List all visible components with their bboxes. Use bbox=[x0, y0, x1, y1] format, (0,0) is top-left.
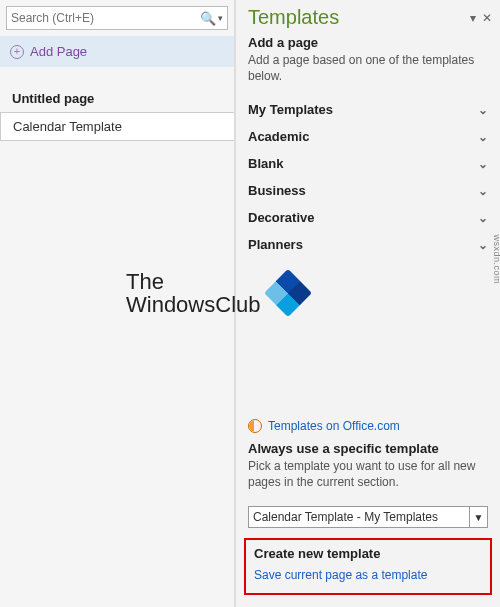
page-item-untitled[interactable]: Untitled page bbox=[0, 85, 234, 112]
pane-title: Templates bbox=[248, 6, 464, 29]
page-item-calendar-template[interactable]: Calendar Template bbox=[0, 112, 234, 141]
chevron-down-icon: ⌄ bbox=[478, 211, 488, 225]
always-use-section: Always use a specific template Pick a te… bbox=[236, 437, 500, 502]
always-use-title: Always use a specific template bbox=[248, 441, 488, 456]
office-templates-link[interactable]: Templates on Office.com bbox=[268, 419, 400, 433]
category-business[interactable]: Business⌄ bbox=[244, 177, 492, 204]
template-select-wrap: Calendar Template - My Templates ▼ bbox=[236, 502, 500, 538]
category-academic[interactable]: Academic⌄ bbox=[244, 123, 492, 150]
office-templates-link-row: Templates on Office.com bbox=[236, 415, 500, 437]
always-use-desc: Pick a template you want to use for all … bbox=[248, 458, 488, 490]
plus-icon: + bbox=[10, 45, 24, 59]
attribution-text: wsxdn.com bbox=[492, 234, 500, 284]
globe-icon bbox=[248, 419, 262, 433]
chevron-down-icon: ⌄ bbox=[478, 157, 488, 171]
search-box[interactable]: 🔍 ▾ bbox=[6, 6, 228, 30]
search-scope-dropdown-icon[interactable]: ▾ bbox=[218, 13, 223, 23]
page-list: Untitled page Calendar Template bbox=[0, 85, 234, 141]
search-icon[interactable]: 🔍 bbox=[200, 11, 216, 26]
category-list: My Templates⌄ Academic⌄ Blank⌄ Business⌄… bbox=[236, 96, 500, 258]
pane-header: Templates ▾ ✕ bbox=[236, 0, 500, 31]
chevron-down-icon: ⌄ bbox=[478, 238, 488, 252]
templates-pane: Templates ▾ ✕ Add a page Add a page base… bbox=[235, 0, 500, 607]
add-page-section: Add a page Add a page based on one of th… bbox=[236, 31, 500, 96]
template-select[interactable]: Calendar Template - My Templates bbox=[248, 506, 470, 528]
chevron-down-icon: ⌄ bbox=[478, 184, 488, 198]
add-page-title: Add a page bbox=[248, 35, 488, 50]
pane-menu-icon[interactable]: ▾ bbox=[470, 11, 476, 25]
create-new-title: Create new template bbox=[254, 546, 482, 561]
create-new-template-section: Create new template Save current page as… bbox=[244, 538, 492, 595]
template-select-dropdown-icon[interactable]: ▼ bbox=[470, 506, 488, 528]
category-decorative[interactable]: Decorative⌄ bbox=[244, 204, 492, 231]
search-input[interactable] bbox=[11, 11, 200, 25]
add-page-desc: Add a page based on one of the templates… bbox=[248, 52, 488, 84]
category-blank[interactable]: Blank⌄ bbox=[244, 150, 492, 177]
chevron-down-icon: ⌄ bbox=[478, 103, 488, 117]
chevron-down-icon: ⌄ bbox=[478, 130, 488, 144]
category-planners[interactable]: Planners⌄ bbox=[244, 231, 492, 258]
close-icon[interactable]: ✕ bbox=[482, 11, 492, 25]
category-my-templates[interactable]: My Templates⌄ bbox=[244, 96, 492, 123]
left-pane: 🔍 ▾ + Add Page Untitled page Calendar Te… bbox=[0, 0, 235, 607]
add-page-label: Add Page bbox=[30, 44, 87, 59]
search-row: 🔍 ▾ bbox=[0, 0, 234, 36]
add-page-button[interactable]: + Add Page bbox=[0, 36, 234, 67]
save-current-page-link[interactable]: Save current page as a template bbox=[254, 568, 427, 582]
